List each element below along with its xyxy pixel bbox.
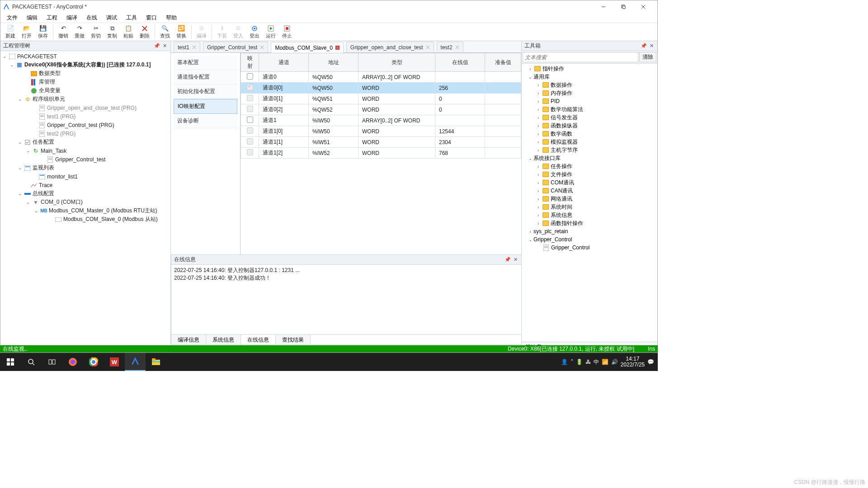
toolbox-node[interactable]: ›模拟监视器: [522, 138, 657, 146]
toolbar-stop[interactable]: 停止: [279, 23, 295, 41]
log-tab[interactable]: 在线信息: [241, 335, 276, 344]
project-tree[interactable]: ⌄PACKAGETEST⌄Device0(X86指令集系统(大容量)) [已连接…: [0, 51, 170, 352]
toolbar-find[interactable]: 🔍查找: [157, 23, 173, 41]
log-body[interactable]: 2022-07-25 14:16:40: 登入控制器127.0.0.1 : 12…: [171, 265, 521, 334]
tab-test2[interactable]: test2: [437, 42, 463, 52]
toolbox-node[interactable]: Gripper_Control: [522, 244, 657, 252]
panel-pin-icon[interactable]: 📌: [641, 43, 647, 49]
toolbox-node[interactable]: ⌄通用库: [522, 73, 657, 81]
tray-wifi-icon[interactable]: 📶: [602, 359, 609, 365]
menu-编辑[interactable]: 编辑: [22, 13, 42, 23]
menu-文件[interactable]: 文件: [2, 13, 22, 23]
toolbar-copy[interactable]: ⧉复制: [104, 23, 120, 41]
toolbox-node[interactable]: ›网络通讯: [522, 195, 657, 203]
tree-node[interactable]: Gripper_Control_test (PRG): [0, 121, 170, 129]
tree-node[interactable]: 库管理: [0, 78, 170, 86]
panel-pin-icon[interactable]: 📌: [154, 43, 160, 49]
tree-node[interactable]: ⌄▼COM_0 (COM口): [0, 198, 170, 206]
checkbox[interactable]: [247, 106, 253, 112]
toolbar-save[interactable]: 💾保存: [35, 23, 51, 41]
tray-volume-icon[interactable]: 🔊: [611, 359, 618, 365]
start-button[interactable]: [0, 353, 21, 371]
task-view-icon[interactable]: [42, 353, 62, 371]
log-tab[interactable]: 编译信息: [171, 335, 206, 344]
tree-node[interactable]: ⌄⚙程序组织单元: [0, 95, 170, 103]
toolbox-node[interactable]: ›系统时间: [522, 203, 657, 211]
checkbox[interactable]: [247, 117, 253, 123]
sidenav-item[interactable]: 设备诊断: [174, 114, 237, 128]
checkbox[interactable]: [247, 95, 253, 101]
toolbox-node[interactable]: ›数学函数: [522, 130, 657, 138]
checkbox[interactable]: [247, 149, 253, 155]
toolbox-node[interactable]: ›函数操纵器: [522, 122, 657, 130]
toolbox-node[interactable]: ›内存操作: [522, 89, 657, 97]
checkbox[interactable]: [247, 127, 253, 134]
table-row[interactable]: 通道0[2]%QW52WORD0: [241, 104, 521, 115]
toolbox-node[interactable]: ›任务操作: [522, 162, 657, 170]
tree-node[interactable]: ⌄监视列表: [0, 164, 170, 172]
toolbox-node[interactable]: ›主机字节序: [522, 146, 657, 154]
toolbar-paste[interactable]: 📋粘贴: [120, 23, 137, 41]
toolbar-redo[interactable]: ↷重做: [71, 23, 88, 41]
tree-node[interactable]: Modbus_COM_Slave_0 (Modbus 从站): [0, 215, 170, 224]
tree-node[interactable]: ⌄PACKAGETEST: [0, 52, 170, 61]
search-input[interactable]: [523, 52, 638, 62]
tree-node[interactable]: monitor_list1: [0, 172, 170, 181]
tree-node[interactable]: ⌄任务配置: [0, 138, 170, 146]
sidenav-item[interactable]: IO映射配置: [174, 99, 237, 114]
toolbar-undo[interactable]: ↶撤销: [55, 23, 71, 41]
table-row[interactable]: 通道1[0]%IW50WORD12544: [241, 126, 521, 137]
taskbar-clock[interactable]: 14:17 2022/7/25: [621, 356, 645, 368]
toolbar-cut[interactable]: ✂剪切: [88, 23, 104, 41]
checkbox[interactable]: [247, 138, 253, 145]
panel-close-icon[interactable]: ✕: [161, 43, 168, 49]
tray-battery-icon[interactable]: 🔋: [576, 359, 583, 365]
menu-工程[interactable]: 工程: [42, 13, 62, 23]
tree-node[interactable]: ⌄↻Main_Task: [0, 146, 170, 155]
toolbox-node[interactable]: ›系统信息: [522, 211, 657, 219]
toolbox-node[interactable]: ›PID: [522, 97, 657, 105]
tree-node[interactable]: test2 (PRG): [0, 129, 170, 138]
table-row[interactable]: 通道0[1]%QW51WORD0: [241, 94, 521, 104]
toolbox-node[interactable]: ›函数指针操作: [522, 219, 657, 227]
tree-node[interactable]: test1 (PRG): [0, 112, 170, 121]
toolbox-node[interactable]: ›CAN通讯: [522, 187, 657, 195]
tree-node[interactable]: 全局变量: [0, 86, 170, 95]
panel-pin-icon[interactable]: 📌: [505, 257, 511, 263]
tree-node[interactable]: Trace: [0, 181, 170, 189]
search-icon[interactable]: [21, 353, 42, 371]
toolbar-run[interactable]: 运行: [263, 23, 279, 41]
log-tab[interactable]: 查找结果: [276, 335, 311, 344]
tree-node[interactable]: Gripper_open_and_close_test (PRG): [0, 103, 170, 112]
tab-test1[interactable]: test1: [174, 42, 200, 52]
log-tab[interactable]: 系统信息: [206, 335, 241, 344]
toolbox-node[interactable]: ›数据操作: [522, 81, 657, 89]
chrome-icon[interactable]: [83, 353, 104, 371]
tray-network-icon[interactable]: 🖧: [585, 359, 591, 365]
tree-node[interactable]: Gripper_Control_test: [0, 155, 170, 164]
toolbox-tree[interactable]: ›指针操作⌄通用库›数据操作›内存操作›PID›数学功能算法›信号发生器›函数操…: [522, 64, 657, 342]
tray-notification-icon[interactable]: 💬: [647, 359, 654, 365]
toolbox-node[interactable]: ›COM通讯: [522, 178, 657, 187]
tab-Modbus_COM_Slave_0[interactable]: Modbus_COM_Slave_0: [271, 42, 343, 53]
io-mapping-table[interactable]: 映射通道地址类型在线值准备值 通道0%QW50ARRAY[0..2] OF WO…: [241, 53, 521, 159]
anycontrol-icon[interactable]: [125, 353, 146, 371]
toolbox-node[interactable]: ›指针操作: [522, 65, 657, 73]
toolbox-node[interactable]: ⌄Gripper_Control: [522, 235, 657, 244]
tab-Gripper_Control_test[interactable]: Gripper_Control_test: [203, 42, 268, 52]
tree-node[interactable]: ⌄MBModbus_COM_Master_0 (Modbus RTU主站): [0, 206, 170, 215]
sidenav-item[interactable]: 通道指令配置: [174, 70, 237, 84]
table-row[interactable]: 通道1%IW50ARRAY[0..2] OF WORD: [241, 115, 521, 126]
table-row[interactable]: 通道0%QW50ARRAY[0..2] OF WORD: [241, 72, 521, 83]
tray-people-icon[interactable]: 👤: [561, 359, 568, 365]
panel-close-icon[interactable]: ✕: [648, 43, 655, 49]
checkbox[interactable]: [247, 73, 253, 80]
table-row[interactable]: 通道0[0]%QW50WORD256: [241, 83, 521, 94]
tab-Gripper_open_and_close_test[interactable]: Gripper_open_and_close_test: [346, 42, 434, 52]
toolbar-replace[interactable]: 🔁替换: [173, 23, 189, 41]
toolbox-node[interactable]: ›信号发生器: [522, 113, 657, 122]
toolbox-node[interactable]: ›文件操作: [522, 170, 657, 178]
toolbar-new[interactable]: 📄新建: [2, 23, 19, 41]
explorer-icon[interactable]: [146, 353, 166, 371]
menu-工具[interactable]: 工具: [122, 13, 142, 23]
